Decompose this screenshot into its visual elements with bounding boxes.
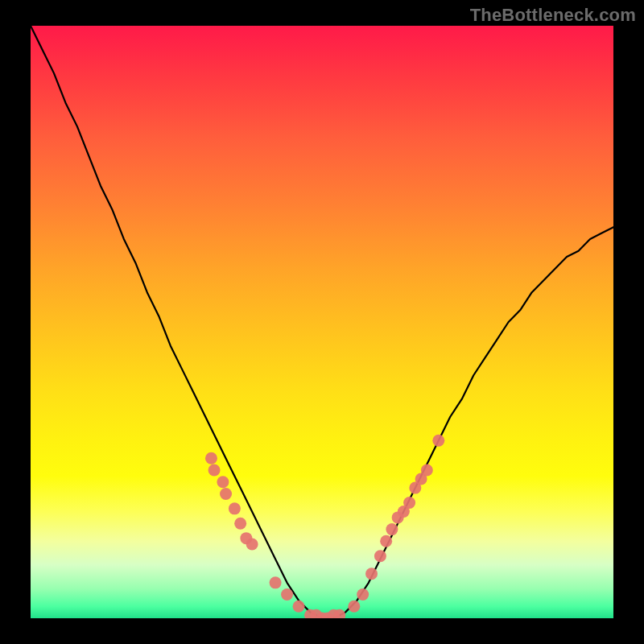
sample-point [374,550,386,562]
sample-point [229,502,241,514]
sample-point [220,488,232,500]
sample-point [270,576,282,588]
sample-point [365,568,378,580]
sample-point [246,539,258,551]
sample-point [281,588,293,601]
sample-point [348,601,360,613]
sample-point [432,435,444,447]
sample-point [386,523,398,535]
sample-point [293,601,305,613]
sample-point [205,452,217,464]
chart-svg [31,26,613,618]
watermark-text: TheBottleneck.com [470,5,636,26]
sample-points [205,435,444,618]
sample-point [208,464,221,477]
sample-point [217,476,229,488]
plot-area [31,26,613,618]
chart-frame: TheBottleneck.com [0,0,644,644]
sample-point [421,464,433,477]
sample-point [403,497,415,509]
bottleneck-curve [31,26,613,618]
sample-point [234,518,246,530]
sample-point [357,588,369,601]
sample-point [380,535,392,547]
